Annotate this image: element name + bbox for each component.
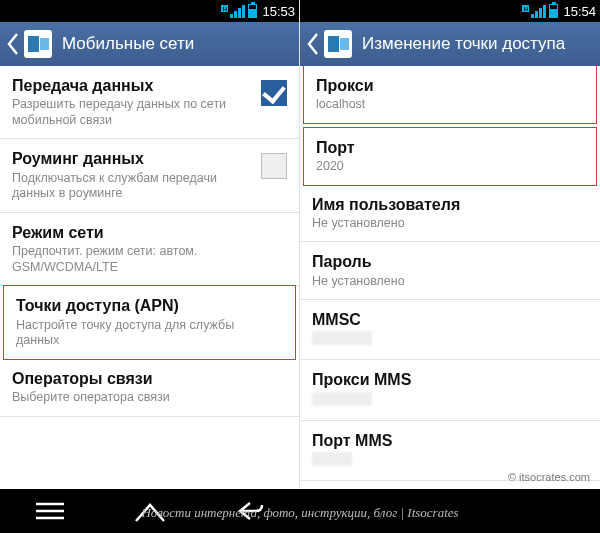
status-bar: H 15:54 (300, 0, 600, 22)
item-title: Операторы связи (12, 369, 279, 388)
item-subtitle: Не установлено (312, 216, 580, 232)
item-subtitle: 2020 (316, 159, 576, 175)
item-mmsc[interactable]: MMSC (300, 300, 600, 360)
status-time: 15:54 (563, 4, 596, 19)
phone-left: H 15:53 Мобильные сети Передача данных Р… (0, 0, 300, 533)
back-nav-icon[interactable] (220, 499, 280, 523)
item-subtitle: Разрешить передачу данных по сети мобиль… (12, 97, 253, 128)
status-bar: H 15:53 (0, 0, 299, 22)
header[interactable]: Мобильные сети (0, 22, 299, 66)
phone-right: H 15:54 Изменение точки доступа Прокси l… (300, 0, 600, 533)
item-subtitle: Выберите оператора связи (12, 390, 279, 406)
item-subtitle-redacted (312, 392, 372, 406)
item-title: Точки доступа (APN) (16, 296, 275, 315)
item-subtitle: Предпочтит. режим сети: автом. GSM/WCDMA… (12, 244, 279, 275)
item-apn[interactable]: Точки доступа (APN) Настройте точку дост… (3, 285, 296, 359)
item-title: Роуминг данных (12, 149, 253, 168)
item-data-transfer[interactable]: Передача данных Разрешить передачу данны… (0, 66, 299, 139)
item-mms-proxy[interactable]: Прокси MMS (300, 360, 600, 420)
item-data-roaming[interactable]: Роуминг данных Подключаться к службам пе… (0, 139, 299, 212)
settings-list: Передача данных Разрешить передачу данны… (0, 66, 299, 533)
menu-icon[interactable] (20, 501, 80, 521)
home-icon[interactable] (120, 499, 180, 523)
item-title: Пароль (312, 252, 580, 271)
settings-app-icon (24, 30, 52, 58)
header[interactable]: Изменение точки доступа (300, 22, 600, 66)
item-port[interactable]: Порт 2020 (303, 127, 597, 186)
item-password[interactable]: Пароль Не установлено (300, 242, 600, 300)
item-carriers[interactable]: Операторы связи Выберите оператора связи (0, 359, 299, 417)
item-subtitle: Не установлено (312, 274, 580, 290)
item-subtitle: Настройте точку доступа для службы данны… (16, 318, 275, 349)
settings-app-icon (324, 30, 352, 58)
item-proxy[interactable]: Прокси localhost (303, 66, 597, 124)
item-network-mode[interactable]: Режим сети Предпочтит. режим сети: автом… (0, 213, 299, 286)
item-title: Передача данных (12, 76, 253, 95)
battery-icon (248, 4, 257, 18)
item-title: Режим сети (12, 223, 279, 242)
signal-icon: H (221, 4, 245, 18)
item-subtitle: Подключаться к службам передачи данных в… (12, 171, 253, 202)
item-title: Прокси MMS (312, 370, 580, 389)
status-time: 15:53 (262, 4, 295, 19)
checkbox-icon[interactable] (261, 80, 287, 106)
back-icon[interactable] (6, 32, 20, 56)
item-subtitle-redacted (312, 452, 352, 466)
back-icon[interactable] (306, 32, 320, 56)
item-subtitle: localhost (316, 97, 576, 113)
item-username[interactable]: Имя пользователя Не установлено (300, 185, 600, 243)
item-subtitle-redacted (312, 331, 372, 345)
signal-icon: H (522, 4, 546, 18)
page-title: Мобильные сети (62, 34, 194, 54)
item-title: Порт (316, 138, 576, 157)
apn-edit-list: Прокси localhost Порт 2020 Имя пользоват… (300, 66, 600, 533)
android-navbar (0, 489, 600, 533)
item-title: Имя пользователя (312, 195, 580, 214)
item-title: Прокси (316, 76, 576, 95)
watermark: © itsocrates.com (508, 471, 590, 483)
item-title: Порт MMS (312, 431, 580, 450)
page-title: Изменение точки доступа (362, 34, 565, 54)
battery-icon (549, 4, 558, 18)
item-title: MMSC (312, 310, 580, 329)
checkbox-icon[interactable] (261, 153, 287, 179)
